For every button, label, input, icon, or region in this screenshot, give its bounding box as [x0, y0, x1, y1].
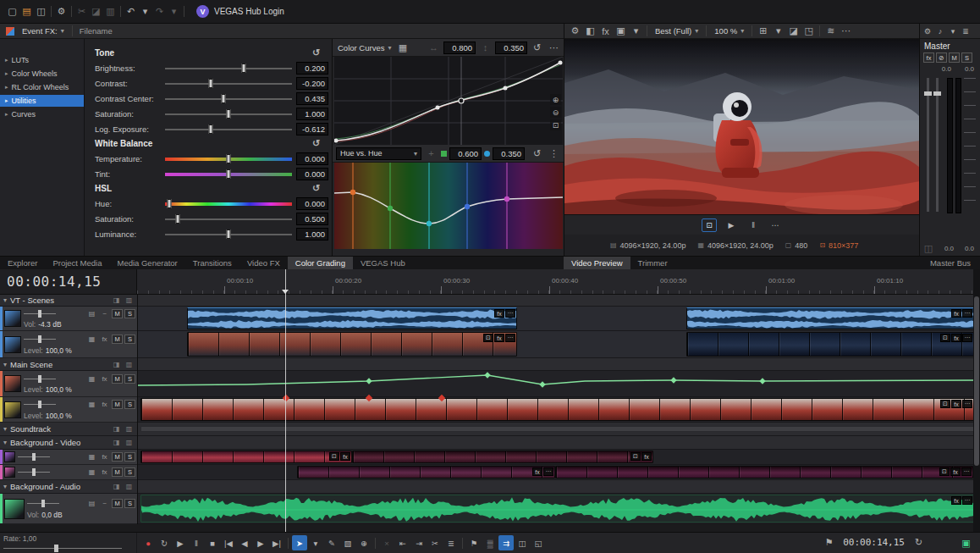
clip-crop-badge[interactable]: ⊡: [483, 334, 493, 342]
snap-button[interactable]: ≣: [443, 535, 459, 550]
clip-more-badge[interactable]: ⋯: [505, 309, 515, 318]
clip-more-badge[interactable]: ⋯: [962, 309, 972, 318]
slider-value[interactable]: 0.000: [296, 168, 328, 180]
redo-icon[interactable]: ↷: [152, 4, 167, 19]
track-header-8[interactable]: ▦fxMS: [0, 450, 137, 465]
fader-handle[interactable]: [41, 500, 45, 507]
track-fx-icon[interactable]: fx: [99, 453, 110, 461]
tool-dropdown[interactable]: ▾: [308, 535, 323, 550]
envelope-tool-button[interactable]: ✎: [324, 535, 339, 550]
next-frame-button[interactable]: ▶: [253, 535, 268, 550]
preview-menu-icon[interactable]: ⋯: [839, 24, 853, 38]
timeline-clip[interactable]: ⊡fx: [140, 451, 352, 463]
slider-handle[interactable]: [209, 79, 213, 88]
tab-trimmer[interactable]: Trimmer: [630, 257, 675, 270]
stop-button[interactable]: ■: [205, 535, 220, 550]
track-level-fader[interactable]: [24, 401, 56, 408]
clip-more-badge[interactable]: ⋯: [961, 467, 972, 476]
track-automation-icon[interactable]: ▦: [86, 401, 97, 408]
slider-value[interactable]: 0.200: [296, 62, 328, 75]
play-button[interactable]: ▶: [173, 535, 188, 550]
slider-track[interactable]: [165, 199, 292, 208]
sync-cursor-button[interactable]: ⊡: [702, 218, 717, 232]
preview-device-icon[interactable]: ⚙: [568, 24, 582, 38]
tab-color-grading[interactable]: Color Grading: [288, 257, 353, 270]
rate-slider-handle[interactable]: [54, 545, 58, 552]
volume-envelope[interactable]: [138, 371, 973, 397]
slider-handle[interactable]: [227, 169, 231, 179]
project-properties-icon[interactable]: ⚙: [54, 4, 69, 19]
hue-curve-editor[interactable]: [334, 163, 563, 249]
group-mute-icon[interactable]: ◨: [112, 296, 121, 304]
pause-button[interactable]: ‖: [746, 218, 761, 232]
preview-quality-dropdown[interactable]: Best (Full)▾: [651, 25, 702, 38]
copy-snapshot-icon[interactable]: ◪: [786, 24, 801, 38]
group-fx-icon[interactable]: ▥: [124, 361, 134, 368]
collapse-caret-icon[interactable]: ▾: [3, 361, 7, 368]
open-project-icon[interactable]: ▤: [19, 4, 34, 19]
track-mute-button[interactable]: M: [112, 467, 123, 477]
new-project-icon[interactable]: ▢: [5, 4, 19, 19]
pause-button[interactable]: ‖: [189, 535, 204, 550]
track-group-background-video[interactable]: ▾Background - Video◨▥: [0, 436, 137, 450]
reset-section-icon[interactable]: ↺: [309, 46, 323, 60]
slider-track[interactable]: [165, 229, 292, 239]
split-button[interactable]: ✂: [427, 535, 443, 550]
timeline-clip[interactable]: fx⋯: [140, 495, 973, 523]
slider-track[interactable]: [165, 214, 292, 224]
fader-handle[interactable]: [38, 375, 41, 383]
fader-handle[interactable]: [38, 401, 41, 408]
curve-channel-select[interactable]: Hue vs. Hue ▾: [336, 147, 421, 160]
timeline-ruler[interactable]: 00:00:1000:00:2000:00:3000:00:4000:00:50…: [137, 269, 973, 295]
timeline-clip[interactable]: fx⋯: [686, 307, 973, 329]
sidebar-item-curves[interactable]: ▸Curves: [0, 108, 84, 120]
slider-track[interactable]: [165, 124, 292, 134]
point-x-value[interactable]: 0.600: [449, 147, 482, 160]
add-point-icon[interactable]: +: [424, 147, 438, 161]
loop-playback-button[interactable]: ↻: [157, 535, 172, 550]
tab-video-preview[interactable]: Video Preview: [564, 257, 630, 270]
group-button[interactable]: ◱: [531, 535, 546, 550]
tab-transitions[interactable]: Transitions: [185, 257, 239, 270]
fader-handle[interactable]: [933, 91, 941, 96]
track-mute-button[interactable]: M: [112, 400, 123, 409]
slider-handle[interactable]: [222, 94, 226, 103]
timeline-clip[interactable]: ⊡fx⋯: [187, 332, 517, 357]
clip-fx-badge[interactable]: fx: [951, 334, 961, 342]
track-level-fader[interactable]: [18, 453, 50, 461]
save-snapshot-icon[interactable]: ◳: [801, 24, 816, 38]
copy-icon[interactable]: ◪: [89, 4, 103, 19]
clip-more-badge[interactable]: ⋯: [962, 496, 972, 505]
trim-start-button[interactable]: ⇤: [395, 535, 410, 550]
slider-handle[interactable]: [227, 154, 231, 163]
zoom-out-icon[interactable]: ⊖: [550, 107, 561, 118]
external-monitor-icon[interactable]: ▣: [959, 536, 973, 550]
track-solo-button[interactable]: S: [124, 374, 135, 384]
track-group-vt-scenes[interactable]: ▾VT - Scenes◨▥: [0, 295, 137, 307]
track-automation-icon[interactable]: ▦: [86, 453, 97, 461]
timeline-clip[interactable]: ⊡fx: [352, 451, 653, 463]
track-solo-button[interactable]: S: [124, 400, 135, 409]
slider-handle[interactable]: [227, 229, 231, 239]
collapse-caret-icon[interactable]: ▾: [3, 483, 7, 490]
track-header-5[interactable]: ▦fxMSLevel:100,0 %: [0, 397, 137, 423]
clip-crop-badge[interactable]: ⊡: [940, 400, 950, 408]
marker-button[interactable]: ⚑: [466, 535, 482, 550]
lock-fader-icon[interactable]: ◫: [923, 243, 933, 253]
tab-explorer[interactable]: Explorer: [0, 257, 45, 270]
slider-value[interactable]: 0.000: [296, 152, 328, 165]
track-fx-icon[interactable]: fx: [99, 468, 110, 476]
play-button[interactable]: ▶: [724, 218, 739, 232]
clip-fx-badge[interactable]: fx: [494, 309, 504, 318]
clip-fx-badge[interactable]: fx: [532, 467, 542, 476]
master-caret[interactable]: ▾: [947, 24, 959, 38]
slider-track[interactable]: [165, 79, 292, 88]
clip-crop-badge[interactable]: ⊡: [329, 452, 339, 461]
scrollbar-thumb[interactable]: [974, 296, 979, 466]
slider-handle[interactable]: [209, 124, 213, 134]
collapse-caret-icon[interactable]: ▾: [3, 425, 7, 433]
timeline-vertical-scrollbar[interactable]: [973, 269, 980, 532]
zoom-in-icon[interactable]: ⊕: [550, 94, 561, 105]
track-solo-button[interactable]: S: [124, 467, 135, 477]
clip-crop-badge[interactable]: ⊡: [939, 467, 950, 476]
